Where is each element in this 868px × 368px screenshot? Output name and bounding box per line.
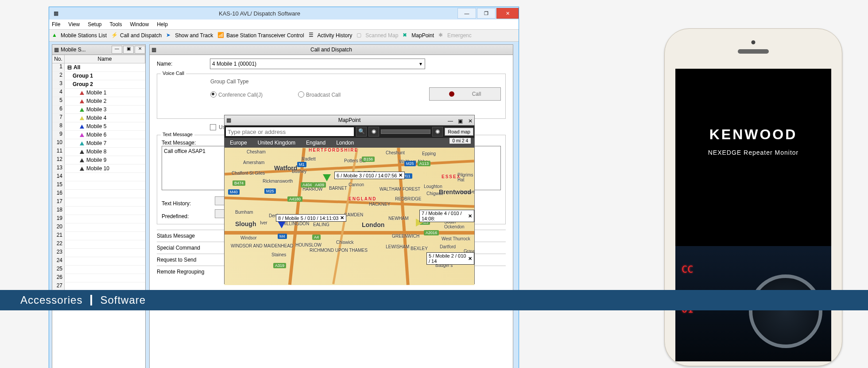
ms-row[interactable]: 9Mobile 6 xyxy=(52,131,145,139)
call-button[interactable]: Call xyxy=(429,87,501,101)
tb-base-station[interactable]: 📶Base Station Transceiver Control xyxy=(217,32,304,39)
bc-england[interactable]: England xyxy=(306,140,326,146)
ms-row[interactable]: 4Mobile 1 xyxy=(52,89,145,97)
tb-scanned-map[interactable]: ▢Scanned Map xyxy=(356,32,398,39)
ms-row-blank[interactable]: 20 xyxy=(52,223,145,232)
map-tooltip[interactable]: 8 / Mobile 5 / 010 / 14:11:03✕ xyxy=(276,214,346,222)
map-place-label: WINDSOR AND MAIDENHEAD xyxy=(231,243,293,248)
zoom-out-icon[interactable]: ◉ xyxy=(368,127,379,137)
mobile-icon xyxy=(80,133,84,137)
mp-min-button[interactable]: — xyxy=(448,116,453,126)
tb-call-dispatch[interactable]: ⚡Call and Dispatch xyxy=(111,32,162,39)
bc-london[interactable]: London xyxy=(336,140,354,146)
bottom-banner: Accessories Software xyxy=(0,290,868,310)
zoom-slider[interactable] xyxy=(381,129,430,134)
phone-speaker-icon xyxy=(738,49,769,54)
ms-row-blank[interactable]: 24 xyxy=(52,257,145,266)
map-pin-icon xyxy=(278,221,286,228)
ms-row[interactable]: 13Mobile 10 xyxy=(52,164,145,173)
menu-tools[interactable]: Tools xyxy=(110,21,122,27)
ms-max-button[interactable]: ▣ xyxy=(123,46,134,54)
ms-row[interactable]: 5Mobile 2 xyxy=(52,97,145,106)
tb-activity[interactable]: ☰Activity History xyxy=(309,32,353,39)
col-name: Name xyxy=(65,55,145,63)
mp-max-button[interactable]: ▣ xyxy=(458,116,463,126)
map-place-label: Burnham xyxy=(235,210,253,215)
broadcast-radio[interactable]: Broadcast Call xyxy=(298,90,341,98)
use-cfg-checkbox[interactable] xyxy=(210,124,216,130)
map-tooltip[interactable]: 6 / Mobile 3 / 010 / 14:07:56✕ xyxy=(334,172,405,179)
ms-row-blank[interactable]: 14 xyxy=(52,173,145,181)
menu-view[interactable]: View xyxy=(68,21,80,27)
ms-row[interactable]: 8Mobile 5 xyxy=(52,122,145,131)
maximize-button[interactable]: ❐ xyxy=(477,8,496,19)
map-canvas[interactable]: CheshamAmershamChalfont St GilesHERTFORD… xyxy=(225,148,474,285)
ms-row-blank[interactable]: 21 xyxy=(52,232,145,240)
banner-accessories: Accessories xyxy=(20,294,82,306)
search-icon[interactable]: 🔍 xyxy=(356,127,367,137)
conference-radio[interactable]: Conference Call(J) xyxy=(210,90,263,98)
map-place-label: London xyxy=(362,221,384,228)
menu-file[interactable]: File xyxy=(52,21,60,27)
ms-close-button[interactable]: ✕ xyxy=(135,46,145,54)
ms-min-button[interactable]: — xyxy=(112,46,122,54)
led-display-1: CC xyxy=(682,264,694,275)
mp-search-input[interactable] xyxy=(225,127,354,137)
ms-row-blank[interactable]: 25 xyxy=(52,266,145,274)
close-icon[interactable]: ✕ xyxy=(399,172,403,178)
ms-row-blank[interactable]: 19 xyxy=(52,215,145,223)
ms-row[interactable]: 7Mobile 4 xyxy=(52,114,145,122)
ms-row[interactable]: 11Mobile 8 xyxy=(52,148,145,156)
close-button[interactable]: ✕ xyxy=(496,8,519,19)
map-tooltip[interactable]: 7 / Mobile 4 / 010 / 14:08:✕ xyxy=(419,210,474,222)
map-place-label: Iver xyxy=(260,220,267,225)
close-icon[interactable]: ✕ xyxy=(468,213,472,219)
ms-row[interactable]: 1⊟All xyxy=(52,63,145,72)
map-place-label: REDBRIDGE xyxy=(395,196,421,201)
map-place-label: Rickmansworth xyxy=(263,179,293,184)
ms-row[interactable]: 6Mobile 3 xyxy=(52,106,145,114)
mp-close-button[interactable]: ✕ xyxy=(468,116,473,126)
menu-window[interactable]: Window xyxy=(130,21,149,27)
ms-row-blank[interactable]: 18 xyxy=(52,207,145,215)
mappoint-window: ▦ MapPoint — ▣ ✕ 🔍 ◉ ◉ Road map Europe U… xyxy=(224,115,475,284)
map-place-label: Cheshunt xyxy=(386,150,405,155)
close-icon[interactable]: ✕ xyxy=(468,256,472,262)
map-place-label: GREENWICH xyxy=(392,234,419,239)
map-place-label: ENGLAND xyxy=(349,196,376,201)
ms-row-blank[interactable]: 17 xyxy=(52,198,145,207)
tb-mappoint[interactable]: ✖MapPoint xyxy=(403,32,434,39)
menu-bar: File View Setup Tools Window Help xyxy=(49,20,519,30)
bc-europe[interactable]: Europe xyxy=(230,140,247,146)
name-select[interactable]: 4 Mobile 1 (00001) ▾ xyxy=(210,59,425,69)
mobile-icon xyxy=(80,150,84,154)
menu-setup[interactable]: Setup xyxy=(88,21,101,27)
ms-row[interactable]: 3Group 2 xyxy=(52,80,145,89)
route-tag: B156 xyxy=(362,157,375,162)
ms-row-blank[interactable]: 16 xyxy=(52,190,145,198)
view-mode-select[interactable]: Road map xyxy=(445,128,473,136)
map-place-label: Bushey xyxy=(292,169,306,174)
ms-row[interactable]: 12Mobile 9 xyxy=(52,156,145,164)
tb-show-track[interactable]: ➤Show and Track xyxy=(166,32,213,39)
bc-uk[interactable]: United Kingdom xyxy=(258,140,295,146)
map-place-label: Chiswick xyxy=(336,240,353,245)
phone-subtitle: NEXEDGE Repeater Monitor xyxy=(675,149,831,156)
map-place-label: BARNET xyxy=(329,186,347,191)
ms-row-blank[interactable]: 23 xyxy=(52,249,145,257)
close-icon[interactable]: ✕ xyxy=(340,215,344,221)
voice-call-legend: Voice Call xyxy=(161,70,186,76)
zoom-in-icon[interactable]: ◉ xyxy=(432,127,443,137)
map-tooltip[interactable]: 5 / Mobile 2 / 010 / 14✕ xyxy=(426,252,474,265)
ms-row-blank[interactable]: 22 xyxy=(52,240,145,249)
asterisk-icon: ✱ xyxy=(438,32,446,39)
menu-help[interactable]: Help xyxy=(157,21,168,27)
tb-mobile-stations[interactable]: ▲Mobile Stations List xyxy=(52,32,107,39)
minimize-button[interactable]: — xyxy=(457,8,476,19)
tb-emergency[interactable]: ✱Emergenc xyxy=(438,32,472,39)
ms-row-blank[interactable]: 26 xyxy=(52,274,145,282)
ms-row[interactable]: 10Mobile 7 xyxy=(52,139,145,148)
ms-row-blank[interactable]: 15 xyxy=(52,181,145,190)
ms-row[interactable]: 2Group 1 xyxy=(52,72,145,80)
map-place-label: RICHMOND UPON THAMES xyxy=(310,248,368,253)
